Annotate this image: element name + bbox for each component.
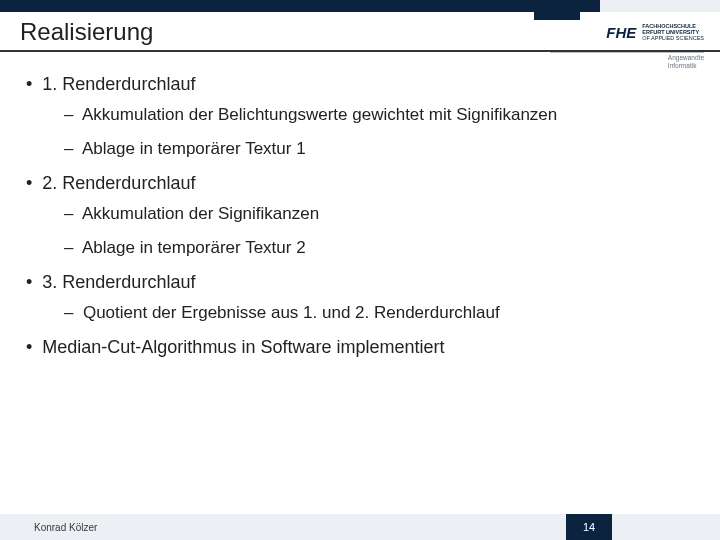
page-number: 14 bbox=[566, 514, 612, 540]
dash-2a: Akkumulation der Signifikanzen bbox=[64, 204, 694, 224]
dash-1b: Ablage in temporärer Textur 1 bbox=[64, 139, 694, 159]
logo-line2: ERFURT UNIVERSITY bbox=[642, 29, 699, 35]
content: 1. Renderdurchlauf Akkumulation der Beli… bbox=[26, 74, 694, 368]
top-bar-tab bbox=[534, 0, 580, 20]
dash-3a: Quotient der Ergebnisse aus 1. und 2. Re… bbox=[64, 303, 694, 323]
logo-mark: FHE bbox=[606, 24, 636, 41]
page-title: Realisierung bbox=[20, 18, 153, 46]
logo-line3: OF APPLIED SCIENCES bbox=[642, 35, 704, 41]
top-bar bbox=[0, 0, 720, 12]
department-label: Angewandte Informatik bbox=[668, 54, 704, 70]
bullet-3: 3. Renderdurchlauf bbox=[26, 272, 694, 293]
dept-line2: Informatik bbox=[668, 62, 697, 69]
logo: FHE FACHHOCHSCHULE ERFURT UNIVERSITY OF … bbox=[606, 23, 704, 42]
bullet-1: 1. Renderdurchlauf bbox=[26, 74, 694, 95]
top-bar-light bbox=[600, 0, 720, 12]
top-bar-dark bbox=[0, 0, 600, 12]
dept-line1: Angewandte bbox=[668, 54, 704, 61]
bullet-4: Median-Cut-Algorithmus in Software imple… bbox=[26, 337, 694, 358]
logo-text: FACHHOCHSCHULE ERFURT UNIVERSITY OF APPL… bbox=[642, 23, 704, 42]
header-row: Realisierung FHE FACHHOCHSCHULE ERFURT U… bbox=[20, 18, 704, 46]
footer: Konrad Kölzer 14 bbox=[0, 514, 720, 540]
logo-line1: FACHHOCHSCHULE bbox=[642, 23, 696, 29]
logo-rule bbox=[550, 52, 704, 53]
dash-2b: Ablage in temporärer Textur 2 bbox=[64, 238, 694, 258]
dash-1a: Akkumulation der Belichtungswerte gewich… bbox=[64, 105, 694, 125]
footer-author: Konrad Kölzer bbox=[34, 522, 97, 533]
bullet-2: 2. Renderdurchlauf bbox=[26, 173, 694, 194]
